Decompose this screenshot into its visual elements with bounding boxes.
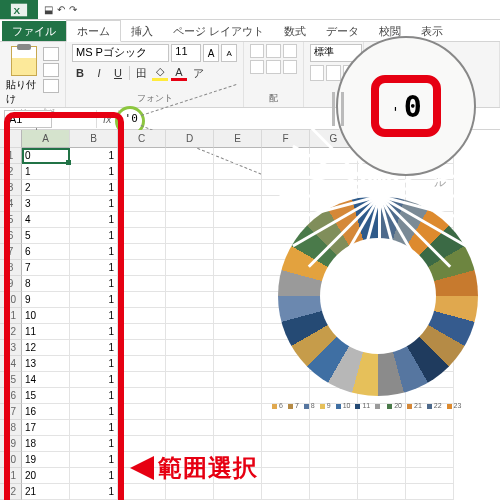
cell[interactable] bbox=[118, 180, 166, 196]
cell[interactable] bbox=[166, 244, 214, 260]
cell[interactable] bbox=[214, 484, 262, 500]
cell[interactable]: 1 bbox=[70, 420, 118, 436]
cell[interactable] bbox=[214, 244, 262, 260]
cell[interactable] bbox=[214, 436, 262, 452]
format-painter-icon[interactable] bbox=[43, 79, 59, 93]
cell[interactable]: 1 bbox=[22, 164, 70, 180]
cell[interactable]: 1 bbox=[70, 436, 118, 452]
copy-icon[interactable] bbox=[43, 63, 59, 77]
row-header[interactable]: 15 bbox=[0, 372, 22, 388]
row-header[interactable]: 5 bbox=[0, 212, 22, 228]
cell[interactable] bbox=[310, 436, 358, 452]
cell[interactable] bbox=[118, 404, 166, 420]
formula-input[interactable]: '0 bbox=[119, 112, 144, 125]
cell[interactable]: 1 bbox=[70, 388, 118, 404]
cell[interactable] bbox=[166, 164, 214, 180]
cell[interactable] bbox=[166, 356, 214, 372]
grow-font-icon[interactable]: A bbox=[203, 44, 219, 62]
cell[interactable] bbox=[214, 164, 262, 180]
cell[interactable]: 2 bbox=[22, 180, 70, 196]
paste-button[interactable]: 貼り付け bbox=[6, 44, 41, 106]
row-header[interactable]: 11 bbox=[0, 308, 22, 324]
col-header-f[interactable]: F bbox=[262, 130, 310, 148]
cell[interactable] bbox=[214, 196, 262, 212]
qat-save-icon[interactable]: ⬓ bbox=[44, 4, 53, 15]
cell[interactable]: 1 bbox=[70, 180, 118, 196]
cell[interactable] bbox=[406, 420, 454, 436]
row-header[interactable]: 7 bbox=[0, 244, 22, 260]
cell[interactable] bbox=[214, 148, 262, 164]
italic-button[interactable]: I bbox=[91, 67, 107, 79]
cell[interactable] bbox=[166, 196, 214, 212]
font-size-select[interactable]: 11 bbox=[171, 44, 201, 62]
cell[interactable]: 16 bbox=[22, 404, 70, 420]
cell[interactable] bbox=[406, 484, 454, 500]
cell[interactable]: 1 bbox=[70, 164, 118, 180]
tab-insert[interactable]: 挿入 bbox=[121, 21, 163, 41]
tab-formulas[interactable]: 数式 bbox=[274, 21, 316, 41]
cell[interactable] bbox=[118, 372, 166, 388]
cell[interactable]: 1 bbox=[70, 356, 118, 372]
cell[interactable] bbox=[166, 308, 214, 324]
cell[interactable] bbox=[310, 420, 358, 436]
cell[interactable]: 13 bbox=[22, 356, 70, 372]
cell[interactable] bbox=[262, 468, 310, 484]
cut-icon[interactable] bbox=[43, 47, 59, 61]
cell[interactable] bbox=[262, 436, 310, 452]
cell[interactable] bbox=[166, 212, 214, 228]
row-header[interactable]: 8 bbox=[0, 260, 22, 276]
qat-redo-icon[interactable]: ↷ bbox=[69, 4, 77, 15]
cell[interactable] bbox=[262, 452, 310, 468]
col-header-c[interactable]: C bbox=[118, 130, 166, 148]
row-header[interactable]: 19 bbox=[0, 436, 22, 452]
cell[interactable] bbox=[166, 180, 214, 196]
cell[interactable]: 18 bbox=[22, 436, 70, 452]
tab-pagelayout[interactable]: ページ レイアウト bbox=[163, 21, 274, 41]
phonetic-button[interactable]: ア bbox=[190, 66, 206, 81]
cell[interactable] bbox=[310, 484, 358, 500]
cell[interactable] bbox=[166, 340, 214, 356]
cell[interactable] bbox=[214, 228, 262, 244]
cell[interactable]: 8 bbox=[22, 276, 70, 292]
cell[interactable] bbox=[118, 484, 166, 500]
row-header[interactable]: 9 bbox=[0, 276, 22, 292]
cell[interactable]: 9 bbox=[22, 292, 70, 308]
cell[interactable]: 1 bbox=[70, 148, 118, 164]
row-header[interactable]: 3 bbox=[0, 180, 22, 196]
cell[interactable]: 1 bbox=[70, 308, 118, 324]
cell[interactable] bbox=[214, 356, 262, 372]
cell[interactable] bbox=[118, 244, 166, 260]
cell[interactable] bbox=[358, 468, 406, 484]
cell[interactable] bbox=[166, 388, 214, 404]
cell[interactable] bbox=[118, 228, 166, 244]
qat-undo-icon[interactable]: ↶ bbox=[57, 4, 65, 15]
col-header-a[interactable]: A bbox=[22, 130, 70, 148]
cell[interactable] bbox=[166, 372, 214, 388]
align-right-icon[interactable] bbox=[283, 60, 297, 74]
cell[interactable] bbox=[406, 468, 454, 484]
percent-icon[interactable] bbox=[326, 65, 340, 81]
cell[interactable] bbox=[118, 260, 166, 276]
row-header[interactable]: 20 bbox=[0, 452, 22, 468]
row-header[interactable]: 21 bbox=[0, 468, 22, 484]
cell[interactable]: 6 bbox=[22, 244, 70, 260]
cell[interactable]: 1 bbox=[70, 340, 118, 356]
cell[interactable]: 1 bbox=[70, 260, 118, 276]
cell[interactable]: 4 bbox=[22, 212, 70, 228]
cell[interactable] bbox=[358, 436, 406, 452]
tab-home[interactable]: ホーム bbox=[66, 20, 121, 42]
cell[interactable] bbox=[214, 260, 262, 276]
cell[interactable] bbox=[262, 420, 310, 436]
cell[interactable] bbox=[118, 292, 166, 308]
row-header[interactable]: 14 bbox=[0, 356, 22, 372]
cell[interactable] bbox=[118, 196, 166, 212]
cell[interactable] bbox=[118, 276, 166, 292]
col-header-d[interactable]: D bbox=[166, 130, 214, 148]
align-center-icon[interactable] bbox=[266, 60, 280, 74]
cell[interactable] bbox=[118, 420, 166, 436]
cell[interactable] bbox=[214, 388, 262, 404]
row-header[interactable]: 12 bbox=[0, 324, 22, 340]
row-header[interactable]: 10 bbox=[0, 292, 22, 308]
cell[interactable]: 12 bbox=[22, 340, 70, 356]
cell[interactable]: 0 bbox=[22, 148, 70, 164]
